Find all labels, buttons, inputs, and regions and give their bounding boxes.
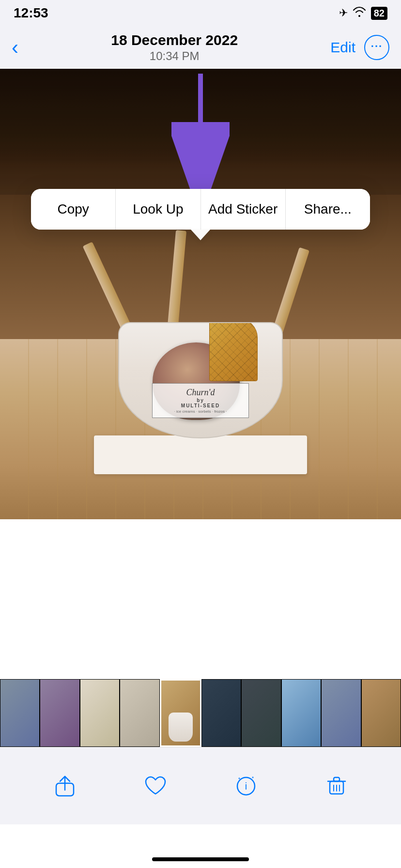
wooden-stick-1 [83, 242, 133, 334]
add-sticker-menu-item[interactable]: Add Sticker [201, 189, 286, 230]
napkin [94, 435, 307, 474]
nav-date: 18 December 2022 [111, 32, 238, 48]
airplane-icon: ✈ [339, 7, 348, 19]
bowl: Churn'd by MULTI-SEED · ice creams · sor… [108, 274, 293, 438]
bowl-body: Churn'd by MULTI-SEED · ice creams · sor… [118, 322, 283, 438]
look-up-menu-item[interactable]: Look Up [116, 189, 200, 230]
nav-actions: Edit ··· [330, 35, 389, 60]
thumbnail-1[interactable] [0, 679, 40, 747]
brand-name: Churn'd [157, 388, 244, 398]
waffle-grid [210, 322, 257, 381]
nav-bar: ‹ 18 December 2022 10:34 PM Edit ··· [0, 26, 401, 69]
info-button[interactable]: i [233, 774, 259, 799]
home-indicator [152, 857, 249, 861]
thumbnail-6[interactable] [201, 679, 241, 747]
photo-overlay [0, 69, 401, 195]
wooden-stick-2 [167, 230, 186, 337]
thumbnail-5-active[interactable] [160, 679, 201, 747]
svg-rect-8 [334, 777, 339, 781]
bowl-label: Churn'd by MULTI-SEED · ice creams · sor… [152, 383, 249, 418]
brand-tagline: · ice creams · sorbets · frozos · [157, 409, 244, 414]
delete-button[interactable] [324, 774, 349, 799]
trash-icon [324, 774, 349, 799]
copy-menu-item[interactable]: Copy [31, 189, 116, 230]
share-icon [52, 774, 77, 799]
share-menu-item[interactable]: Share... [286, 189, 370, 230]
share-button[interactable] [52, 774, 77, 799]
svg-text:i: i [245, 781, 247, 791]
more-dots-icon: ··· [371, 40, 383, 53]
wooden-stick-3 [273, 247, 310, 333]
white-space [0, 519, 401, 679]
waffle-cone [209, 322, 258, 381]
wifi-icon [353, 6, 366, 20]
like-button[interactable] [143, 774, 168, 799]
more-button[interactable]: ··· [364, 35, 389, 60]
edit-button[interactable]: Edit [330, 39, 355, 56]
context-menu-inner: Copy Look Up Add Sticker Share... [31, 189, 370, 230]
thumbnail-4[interactable] [120, 679, 159, 747]
heart-icon [143, 774, 168, 799]
thumbnail-strip [0, 679, 401, 747]
thumbnail-10[interactable] [361, 679, 401, 747]
nav-title: 18 December 2022 10:34 PM [111, 32, 238, 63]
context-menu: Copy Look Up Add Sticker Share... [31, 189, 370, 230]
nav-time: 10:34 PM [111, 49, 238, 63]
back-button[interactable]: ‹ [12, 36, 18, 59]
thumbnail-7[interactable] [241, 679, 281, 747]
thumbnail-3[interactable] [80, 679, 120, 747]
bottom-toolbar: i [0, 747, 401, 824]
info-icon: i [233, 774, 259, 799]
status-icons: ✈ 82 [339, 6, 387, 20]
thumbnail-9[interactable] [321, 679, 361, 747]
battery-icon: 82 [371, 7, 387, 20]
status-bar: 12:53 ✈ 82 [0, 0, 401, 26]
thumbnail-2[interactable] [40, 679, 79, 747]
thumbnail-8[interactable] [281, 679, 321, 747]
brand-by: by MULTI-SEED [157, 398, 244, 408]
status-time: 12:53 [14, 5, 48, 21]
